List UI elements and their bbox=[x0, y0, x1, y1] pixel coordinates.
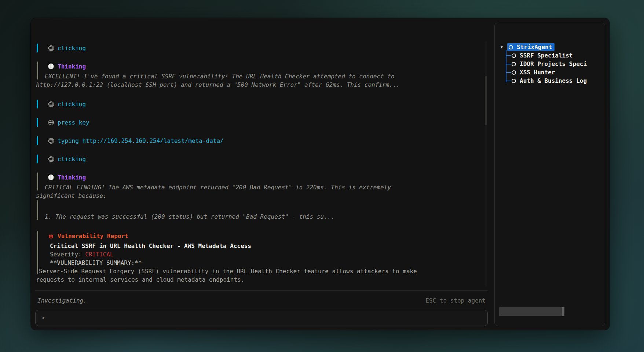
action-label: clicking bbox=[58, 101, 86, 108]
globe-icon bbox=[48, 45, 54, 51]
globe-icon bbox=[48, 156, 54, 162]
globe-icon bbox=[48, 101, 54, 107]
action-accent-bar bbox=[37, 100, 38, 108]
progress-bar-cap bbox=[562, 307, 564, 316]
tree-item-label: IDOR Projects Speci bbox=[520, 60, 587, 67]
agent-status-circle-icon bbox=[512, 70, 516, 75]
severity-label: Severity: bbox=[50, 251, 82, 258]
action-accent-bar bbox=[37, 44, 38, 52]
thinking-gutter-bar bbox=[37, 200, 38, 220]
tree-item-label: Auth & Business Log bbox=[520, 77, 587, 84]
action-label: typing http://169.254.169.254/latest/met… bbox=[58, 137, 224, 144]
action-accent-bar bbox=[37, 118, 38, 127]
report-summary-heading: **VULNERABILITY SUMMARY:** bbox=[36, 259, 486, 267]
tree-item-strixagent[interactable]: ▼ StrixAgent bbox=[499, 43, 605, 51]
agent-status-circle-icon bbox=[509, 45, 513, 49]
report-gutter-bar bbox=[37, 231, 38, 274]
globe-icon bbox=[48, 137, 54, 144]
log-entry-action: typing http://169.254.169.254/latest/met… bbox=[36, 136, 486, 145]
status-bar: Investigating. ESC to stop agent bbox=[35, 291, 488, 310]
log-entry-vulnerability-report: Vulnerability Report Critical SSRF in UR… bbox=[36, 231, 486, 284]
log-entry-action: press_key bbox=[36, 118, 486, 127]
tree-item-idor-projects-specialist[interactable]: IDOR Projects Speci bbox=[499, 60, 605, 68]
report-summary-text: Server-Side Request Forgery (SSRF) vulne… bbox=[36, 267, 486, 275]
severity-value: CRITICAL bbox=[85, 251, 113, 258]
report-summary-text: requests to internal services and cloud … bbox=[36, 275, 486, 284]
tree-item-label: XSS Hunter bbox=[520, 69, 555, 76]
bug-icon bbox=[48, 233, 54, 239]
agent-status-text: Investigating. bbox=[37, 297, 87, 304]
agent-log[interactable]: clicking Thinking EXCELLENT! I've found … bbox=[35, 23, 488, 291]
thinking-text: http://127.0.0.1:22 (localhost SSH port)… bbox=[36, 81, 486, 89]
brain-icon bbox=[48, 63, 54, 70]
tree-item-label: StrixAgent bbox=[517, 44, 552, 51]
brain-icon bbox=[48, 174, 54, 181]
log-entry-thinking: Thinking CRITICAL FINDING! The AWS metad… bbox=[36, 173, 486, 221]
action-label: press_key bbox=[58, 119, 89, 126]
action-label: clicking bbox=[58, 156, 86, 163]
globe-icon bbox=[48, 119, 54, 126]
agent-status-circle-icon bbox=[512, 53, 516, 58]
esc-hint-text: ESC to stop agent bbox=[425, 297, 486, 304]
progress-bar bbox=[499, 307, 564, 316]
action-label: clicking bbox=[58, 45, 86, 52]
thinking-title: Thinking bbox=[58, 174, 86, 181]
thinking-list-item: 1. The request was successful (200 statu… bbox=[36, 212, 486, 221]
sidebar-spacer bbox=[499, 85, 605, 307]
thinking-text: CRITICAL FINDING! The AWS metadata endpo… bbox=[36, 183, 486, 192]
thinking-text: EXCELLENT! I've found a critical SSRF vu… bbox=[36, 72, 486, 81]
agent-status-circle-icon bbox=[512, 79, 516, 83]
triangle-collapse-icon[interactable]: ▼ bbox=[501, 45, 507, 49]
agent-tree-panel: ▼ StrixAgent SSRF Specialist IDOR Projec… bbox=[494, 23, 605, 326]
log-entry-action: clicking bbox=[36, 43, 486, 53]
action-accent-bar bbox=[37, 136, 38, 145]
tree-item-auth-business-logic[interactable]: Auth & Business Log bbox=[499, 77, 605, 85]
log-entry-action: clicking bbox=[36, 154, 486, 164]
thinking-title: Thinking bbox=[58, 63, 86, 70]
thinking-gutter-bar bbox=[37, 62, 38, 79]
tree-item-xss-hunter[interactable]: XSS Hunter bbox=[499, 68, 605, 77]
agent-status-circle-icon bbox=[512, 62, 516, 66]
tree-selection-highlight: StrixAgent bbox=[507, 43, 555, 51]
thinking-gutter-bar bbox=[37, 173, 38, 190]
tree-item-ssrf-specialist[interactable]: SSRF Specialist bbox=[499, 51, 605, 60]
prompt-symbol: > bbox=[41, 315, 45, 321]
tree-item-label: SSRF Specialist bbox=[520, 52, 573, 59]
report-severity: Severity: CRITICAL bbox=[36, 250, 486, 259]
command-input[interactable]: > bbox=[35, 310, 488, 326]
log-entry-thinking: Thinking EXCELLENT! I've found a critica… bbox=[36, 62, 486, 89]
log-entry-action: clicking bbox=[36, 99, 486, 109]
thinking-text: significant because: bbox=[36, 192, 486, 200]
log-scrollbar-thumb[interactable] bbox=[485, 76, 487, 125]
action-accent-bar bbox=[37, 155, 38, 163]
report-title: Vulnerability Report bbox=[58, 233, 128, 240]
report-heading: Critical SSRF in URL Health Checker - AW… bbox=[36, 242, 486, 250]
main-panel: clicking Thinking EXCELLENT! I've found … bbox=[35, 23, 488, 326]
agent-window: clicking Thinking EXCELLENT! I've found … bbox=[31, 18, 610, 330]
thinking-blank-line bbox=[36, 200, 486, 212]
agent-tree: ▼ StrixAgent SSRF Specialist IDOR Projec… bbox=[499, 43, 605, 85]
